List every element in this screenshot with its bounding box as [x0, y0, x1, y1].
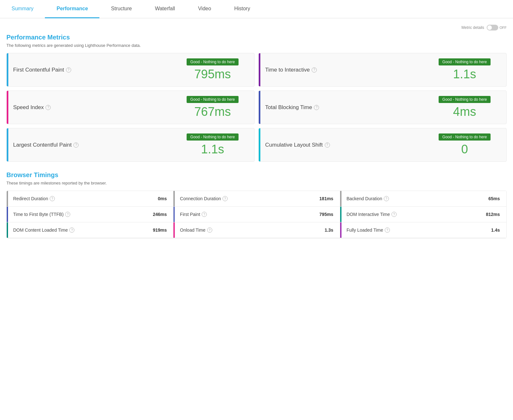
- metric-label-cls: Cumulative Layout Shift ?: [265, 142, 423, 148]
- question-icon-redirect[interactable]: ?: [50, 196, 55, 201]
- good-badge-tti: Good - Nothing to do here: [439, 58, 491, 65]
- metric-details-row: Metric details OFF: [6, 25, 507, 30]
- metric-value-si: 767ms: [177, 105, 248, 119]
- metric-label-lcp: Largest Contentful Paint ?: [13, 142, 171, 148]
- question-icon-si[interactable]: ?: [46, 105, 51, 110]
- timing-name-first-paint: First Paint ?: [180, 212, 313, 217]
- timing-name-ttfb: Time to First Byte (TTFB) ?: [13, 212, 147, 217]
- main-content: Metric details OFF Performance Metrics T…: [0, 18, 513, 245]
- timing-name-dom-interactive: DOM Interactive Time ?: [347, 212, 480, 217]
- question-icon-fully-loaded[interactable]: ?: [385, 227, 390, 233]
- question-icon-fcp[interactable]: ?: [66, 67, 71, 73]
- metric-card-tbt: Total Blocking Time ? Good - Nothing to …: [258, 90, 507, 124]
- timing-dom-content-loaded: DOM Content Loaded Time ? 919ms: [7, 222, 173, 238]
- toggle-knob: [487, 25, 492, 30]
- timings-grid: Redirect Duration ? 0ms Connection Durat…: [6, 191, 507, 238]
- timing-onload: Onload Time ? 1.3s: [173, 222, 340, 238]
- metric-value-block-tti: Good - Nothing to do here 1.1s: [429, 58, 500, 81]
- question-icon-cls[interactable]: ?: [325, 142, 330, 148]
- timing-value-redirect: 0ms: [149, 196, 167, 201]
- performance-metrics-desc: The following metrics are generated usin…: [6, 43, 507, 48]
- timing-value-ttfb: 246ms: [149, 212, 167, 217]
- timing-backend-duration: Backend Duration ? 65ms: [340, 191, 506, 207]
- timing-value-first-paint: 795ms: [316, 212, 333, 217]
- tab-waterfall[interactable]: Waterfall: [143, 0, 187, 18]
- metric-label-tbt: Total Blocking Time ?: [265, 104, 423, 111]
- timing-value-onload: 1.3s: [316, 227, 333, 233]
- timing-fully-loaded: Fully Loaded Time ? 1.4s: [340, 222, 506, 238]
- question-icon-dom-content-loaded[interactable]: ?: [69, 227, 74, 233]
- metric-value-block-cls: Good - Nothing to do here 0: [429, 133, 500, 156]
- metric-details-toggle[interactable]: [487, 25, 498, 30]
- good-badge-cls: Good - Nothing to do here: [439, 133, 491, 141]
- browser-timings-desc: These timings are milestones reported by…: [6, 181, 507, 185]
- timing-name-onload: Onload Time ?: [180, 227, 313, 233]
- tab-history[interactable]: History: [223, 0, 262, 18]
- metric-card-lcp: Largest Contentful Paint ? Good - Nothin…: [6, 128, 255, 162]
- metric-value-lcp: 1.1s: [177, 142, 248, 156]
- metric-value-tbt: 4ms: [429, 105, 500, 119]
- question-icon-tbt[interactable]: ?: [314, 105, 319, 110]
- metric-value-block-si: Good - Nothing to do here 767ms: [177, 96, 248, 119]
- tab-structure[interactable]: Structure: [99, 0, 143, 18]
- timing-value-dom-content-loaded: 919ms: [149, 227, 167, 233]
- performance-metrics-title: Performance Metrics: [6, 34, 507, 41]
- timing-name-dom-content-loaded: DOM Content Loaded Time ?: [13, 227, 147, 233]
- question-icon-lcp[interactable]: ?: [73, 142, 79, 148]
- metric-value-block-fcp: Good - Nothing to do here 795ms: [177, 58, 248, 81]
- question-icon-onload[interactable]: ?: [207, 227, 212, 233]
- metric-label-si: Speed Index ?: [13, 104, 171, 111]
- browser-timings-title: Browser Timings: [6, 171, 507, 179]
- metric-value-cls: 0: [429, 142, 500, 156]
- metric-value-block-lcp: Good - Nothing to do here 1.1s: [177, 133, 248, 156]
- timing-first-paint: First Paint ? 795ms: [173, 207, 340, 222]
- tabs-nav: Summary Performance Structure Waterfall …: [0, 0, 513, 18]
- timing-ttfb: Time to First Byte (TTFB) ? 246ms: [7, 207, 173, 222]
- tab-video[interactable]: Video: [187, 0, 223, 18]
- metric-card-si: Speed Index ? Good - Nothing to do here …: [6, 90, 255, 124]
- timing-dom-interactive: DOM Interactive Time ? 812ms: [340, 207, 506, 222]
- metric-label-tti: Time to Interactive ?: [265, 67, 423, 73]
- timing-name-backend: Backend Duration ?: [347, 196, 480, 201]
- question-icon-first-paint[interactable]: ?: [202, 212, 207, 217]
- timing-value-fully-loaded: 1.4s: [482, 227, 500, 233]
- good-badge-lcp: Good - Nothing to do here: [187, 133, 239, 141]
- metric-label-fcp: First Contentful Paint ?: [13, 67, 171, 73]
- timing-value-backend: 65ms: [482, 196, 500, 201]
- tab-summary[interactable]: Summary: [0, 0, 45, 18]
- metric-card-tti: Time to Interactive ? Good - Nothing to …: [258, 53, 507, 87]
- timing-name-redirect: Redirect Duration ?: [13, 196, 147, 201]
- question-icon-dom-interactive[interactable]: ?: [391, 212, 397, 217]
- question-icon-ttfb[interactable]: ?: [65, 212, 70, 217]
- good-badge-fcp: Good - Nothing to do here: [187, 58, 239, 65]
- metric-details-label: Metric details: [461, 25, 484, 30]
- timing-value-connection: 181ms: [316, 196, 333, 201]
- question-icon-backend[interactable]: ?: [384, 196, 389, 201]
- metric-card-cls: Cumulative Layout Shift ? Good - Nothing…: [258, 128, 507, 162]
- metric-card-fcp: First Contentful Paint ? Good - Nothing …: [6, 53, 255, 87]
- timing-name-fully-loaded: Fully Loaded Time ?: [347, 227, 480, 233]
- metric-value-fcp: 795ms: [177, 67, 248, 81]
- question-icon-tti[interactable]: ?: [312, 67, 317, 73]
- tab-performance[interactable]: Performance: [45, 0, 99, 18]
- good-badge-si: Good - Nothing to do here: [187, 96, 239, 103]
- question-icon-connection[interactable]: ?: [223, 196, 228, 201]
- good-badge-tbt: Good - Nothing to do here: [439, 96, 491, 103]
- timing-name-connection: Connection Duration ?: [180, 196, 313, 201]
- timing-redirect-duration: Redirect Duration ? 0ms: [7, 191, 173, 207]
- metrics-grid: First Contentful Paint ? Good - Nothing …: [6, 53, 507, 162]
- metric-value-block-tbt: Good - Nothing to do here 4ms: [429, 96, 500, 119]
- timing-value-dom-interactive: 812ms: [482, 212, 500, 217]
- toggle-off-label: OFF: [500, 26, 507, 30]
- metric-value-tti: 1.1s: [429, 67, 500, 81]
- browser-timings-section: Browser Timings These timings are milest…: [6, 171, 507, 238]
- timing-connection-duration: Connection Duration ? 181ms: [173, 191, 340, 207]
